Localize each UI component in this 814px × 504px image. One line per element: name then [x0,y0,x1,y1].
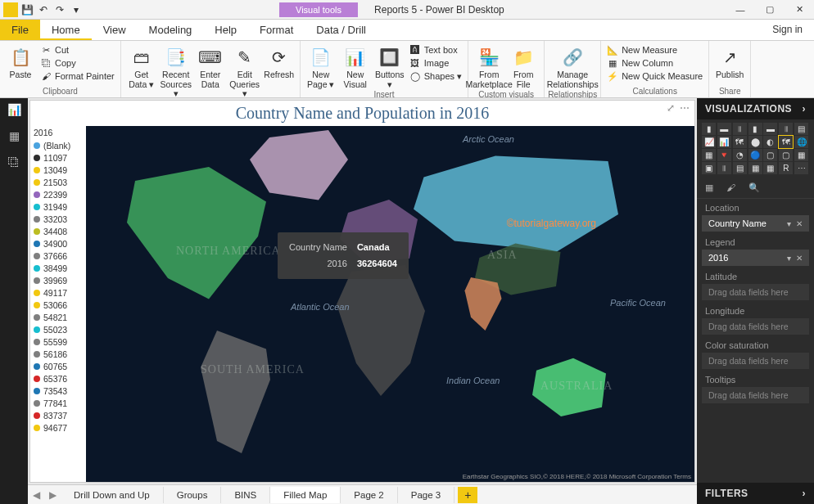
legend-item[interactable]: 73543 [34,385,83,397]
legend-item[interactable]: 94677 [34,421,83,434]
latitude-drop-zone[interactable]: Drag data fields here [702,284,809,300]
edit-queries-button[interactable]: ✎Edit Queries ▾ [228,43,262,99]
legend-item[interactable]: 34408 [34,225,83,237]
analytics-tab-icon[interactable]: 🔍 [748,182,760,193]
viz-type-icon[interactable]: ▤ [794,123,808,135]
legend-item[interactable]: 34900 [34,237,83,250]
new-page-button[interactable]: 📄New Page ▾ [304,43,338,89]
legend-item[interactable]: 55599 [34,335,83,348]
viz-type-icon[interactable]: ▦ [702,149,716,161]
maximize-button[interactable]: ▢ [755,0,785,20]
refresh-button[interactable]: ⟳Refresh [262,43,296,80]
legend-item[interactable]: 56186 [34,348,83,360]
page-tab[interactable]: BINS [221,487,270,503]
page-tab[interactable]: Filled Map [270,487,341,503]
visualizations-header[interactable]: VISUALIZATIONS › [697,98,814,119]
legend-item[interactable]: 13049 [34,164,83,176]
viz-type-icon[interactable]: ▦ [763,162,777,174]
viz-type-icon[interactable]: ◔ [733,149,747,161]
legend-item[interactable]: 31949 [34,200,83,213]
focus-mode-icon[interactable]: ⤢ [667,102,675,114]
file-menu[interactable]: File [0,20,40,40]
format-tab-icon[interactable]: 🖌 [726,182,735,193]
legend-field-pill[interactable]: 2016 ▾✕ [702,250,809,266]
color-saturation-drop-zone[interactable]: Drag data fields here [702,353,809,369]
from-marketplace-button[interactable]: 🏪From Marketplace [472,43,506,89]
location-field-pill[interactable]: Country Name ▾✕ [702,215,809,232]
get-data-button[interactable]: 🗃Get Data ▾ [124,43,159,89]
page-tab[interactable]: Groups [164,487,222,503]
viz-type-icon[interactable]: ▦ [748,162,762,174]
copy-button[interactable]: ⿻Copy [38,56,117,70]
legend-item[interactable]: 39969 [34,274,83,286]
image-button[interactable]: 🖼Image [407,56,464,70]
viz-type-icon[interactable]: ▤ [733,162,747,174]
page-tab[interactable]: Page 3 [398,487,454,503]
viz-type-icon[interactable]: ◐ [763,136,777,148]
tab-data-drill[interactable]: Data / Drill [305,20,378,40]
buttons-button[interactable]: 🔲Buttons ▾ [373,43,407,89]
viz-type-icon[interactable]: ▣ [702,162,716,174]
viz-type-icon[interactable]: ⋯ [794,162,808,174]
tab-format[interactable]: Format [248,20,305,40]
tab-help[interactable]: Help [203,20,248,40]
filled-map-visual[interactable]: Arctic Ocean Atlantic Ocean Indian Ocean… [86,126,694,482]
filters-header[interactable]: FILTERS › [697,483,814,504]
new-column-button[interactable]: ▦New Column [604,56,705,70]
viz-type-icon[interactable]: ⫴ [717,162,731,174]
viz-type-icon[interactable]: ▢ [763,149,777,161]
new-visual-button[interactable]: 📊New Visual [338,43,373,89]
legend-item[interactable]: 49117 [34,286,83,299]
tab-view[interactable]: View [92,20,138,40]
viz-type-icon[interactable]: 🌐 [794,136,808,148]
model-view-icon[interactable]: ⿻ [4,154,24,170]
report-canvas[interactable]: ⤢ ⋯ Country Name and Population in 2016 … [29,100,695,483]
close-button[interactable]: ✕ [785,0,814,20]
viz-type-icon[interactable]: 📈 [702,136,716,148]
page-next-icon[interactable]: ▶ [44,489,61,501]
shapes-button[interactable]: ◯Shapes ▾ [407,70,464,83]
legend-item[interactable]: 33203 [34,213,83,225]
undo-icon[interactable]: ↶ [36,2,51,17]
viz-type-icon[interactable]: ▦ [794,149,808,161]
enter-data-button[interactable]: ⌨Enter Data [193,43,228,89]
more-options-icon[interactable]: ⋯ [680,102,690,114]
page-tab[interactable]: Page 2 [341,487,397,503]
viz-type-icon[interactable]: 🗺 [733,136,747,148]
viz-type-icon[interactable]: ▮ [702,123,716,135]
legend-item[interactable]: 83737 [34,409,83,421]
viz-type-icon[interactable]: ⫴ [779,123,793,135]
chevron-down-icon[interactable]: ▾ [787,219,791,228]
legend-item[interactable]: (Blank) [34,139,83,151]
legend-item[interactable]: 11097 [34,151,83,164]
legend-item[interactable]: 65376 [34,372,83,385]
viz-type-icon[interactable]: 🔵 [748,149,762,161]
data-view-icon[interactable]: ▦ [4,128,24,144]
viz-type-icon[interactable]: ⬤ [748,136,762,148]
qat-dropdown-icon[interactable]: ▾ [69,2,84,17]
recent-sources-button[interactable]: 📑Recent Sources ▾ [159,43,193,99]
remove-field-icon[interactable]: ✕ [796,219,803,228]
legend-item[interactable]: 60765 [34,360,83,372]
viz-type-icon[interactable]: 🗺 [779,136,793,148]
viz-type-icon[interactable]: R [779,162,793,174]
legend-item[interactable]: 38499 [34,262,83,274]
viz-type-icon[interactable]: ▮ [748,123,762,135]
new-measure-button[interactable]: 📐New Measure [604,43,705,56]
longitude-drop-zone[interactable]: Drag data fields here [702,318,809,335]
page-prev-icon[interactable]: ◀ [28,489,44,501]
cut-button[interactable]: ✂Cut [38,43,117,56]
fields-tab-icon[interactable]: ▦ [705,182,713,193]
publish-button[interactable]: ↗Publish [712,43,747,80]
viz-type-icon[interactable]: ▢ [779,149,793,161]
legend-item[interactable]: 53066 [34,299,83,311]
legend-item[interactable]: 77841 [34,397,83,409]
tooltips-drop-zone[interactable]: Drag data fields here [702,387,809,403]
legend-item[interactable]: 54821 [34,311,83,323]
textbox-button[interactable]: 🅰Text box [407,43,464,56]
remove-field-icon[interactable]: ✕ [796,254,803,263]
viz-type-icon[interactable]: 🔻 [717,149,731,161]
legend-item[interactable]: 55023 [34,323,83,335]
sign-in-link[interactable]: Sign in [761,20,814,40]
viz-type-icon[interactable]: 📊 [717,136,731,148]
